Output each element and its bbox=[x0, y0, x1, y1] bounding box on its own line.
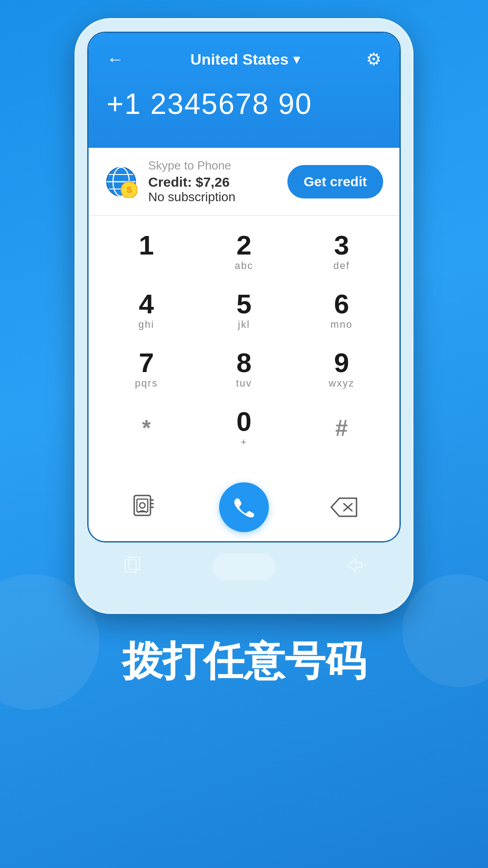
nav-home-button[interactable] bbox=[212, 553, 276, 580]
key-star[interactable]: * bbox=[110, 401, 183, 455]
key-hash[interactable]: # bbox=[305, 401, 378, 455]
contacts-icon bbox=[131, 494, 158, 521]
key-6[interactable]: 6 mno bbox=[305, 283, 378, 338]
key-4[interactable]: 4 ghi bbox=[110, 283, 183, 338]
dialpad-row-4: * 0 + # bbox=[98, 401, 390, 455]
key-0[interactable]: 0 + bbox=[208, 401, 280, 455]
service-label: Skype to Phone bbox=[148, 159, 277, 173]
key-5[interactable]: 5 jkl bbox=[208, 283, 280, 338]
credit-amount: Credit: $7,26 bbox=[148, 175, 277, 190]
get-credit-button[interactable]: Get credit bbox=[287, 165, 383, 198]
key-1[interactable]: 1 bbox=[110, 225, 183, 279]
phone-frame: ← United States ▾ ⚙ +1 2345678 90 S bbox=[75, 18, 413, 614]
dialpad-row-1: 1 2 abc 3 def bbox=[98, 225, 390, 279]
action-row bbox=[89, 473, 399, 541]
dialpad-row-3: 7 pqrs 8 tuv 9 wxyz bbox=[98, 342, 390, 396]
country-selector[interactable]: United States ▾ bbox=[190, 51, 299, 68]
svg-rect-8 bbox=[137, 499, 148, 512]
contacts-button[interactable] bbox=[126, 489, 162, 525]
settings-icon[interactable]: ⚙ bbox=[366, 49, 381, 69]
key-3[interactable]: 3 def bbox=[305, 225, 378, 279]
bottom-tagline: 拨打任意号码 bbox=[95, 637, 393, 685]
app-header: ← United States ▾ ⚙ +1 2345678 90 bbox=[89, 33, 399, 148]
phone-screen: ← United States ▾ ⚙ +1 2345678 90 S bbox=[87, 32, 401, 542]
credit-info: Skype to Phone Credit: $7,26 No subscrip… bbox=[148, 159, 277, 204]
phone-navigation bbox=[87, 542, 401, 591]
back-button[interactable]: ← bbox=[107, 50, 124, 69]
key-9[interactable]: 9 wxyz bbox=[305, 342, 378, 396]
key-7[interactable]: 7 pqrs bbox=[110, 342, 183, 396]
key-8[interactable]: 8 tuv bbox=[208, 342, 280, 396]
svg-rect-15 bbox=[125, 560, 136, 572]
subscription-label: No subscription bbox=[148, 190, 277, 204]
backspace-button[interactable] bbox=[326, 489, 362, 525]
svg-point-12 bbox=[140, 503, 145, 508]
country-label: United States bbox=[190, 51, 288, 68]
header-top: ← United States ▾ ⚙ bbox=[107, 49, 381, 69]
svg-rect-16 bbox=[129, 557, 140, 570]
svg-text:S: S bbox=[127, 185, 132, 194]
key-2[interactable]: 2 abc bbox=[208, 225, 280, 279]
call-button[interactable] bbox=[219, 482, 269, 532]
dialpad-row-2: 4 ghi 5 jkl 6 mno bbox=[98, 283, 390, 338]
phone-number-display: +1 2345678 90 bbox=[107, 87, 381, 121]
chevron-down-icon: ▾ bbox=[293, 52, 300, 67]
skype-globe-icon: S bbox=[105, 165, 137, 198]
backspace-icon bbox=[329, 496, 358, 518]
call-icon bbox=[232, 495, 256, 519]
bg-decoration-right bbox=[402, 574, 488, 687]
nav-recent-apps-button[interactable] bbox=[123, 555, 143, 579]
dialpad: 1 2 abc 3 def 4 ghi 5 bbox=[89, 216, 399, 473]
nav-back-button[interactable] bbox=[345, 555, 365, 579]
info-bar: S Skype to Phone Credit: $7,26 No subscr… bbox=[89, 148, 399, 216]
